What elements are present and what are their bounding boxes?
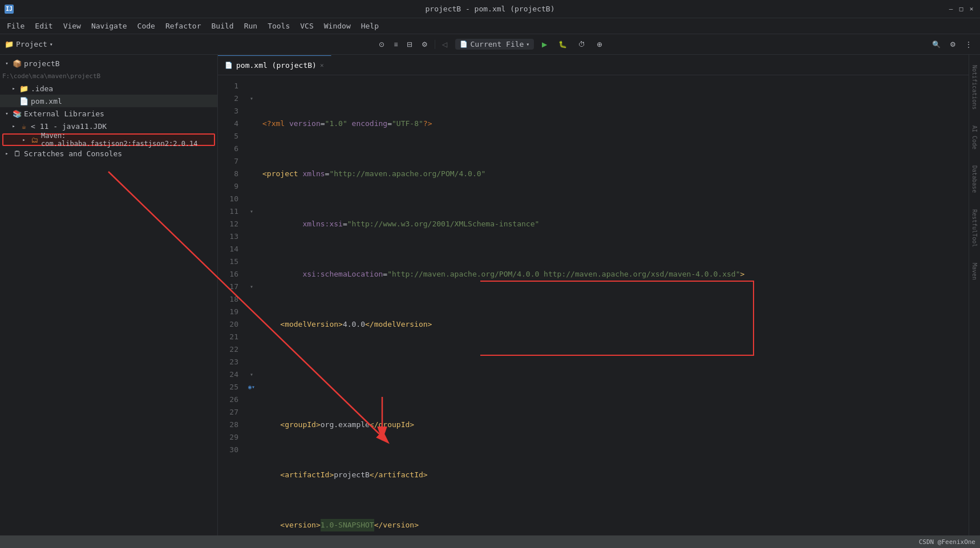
project-label: Project	[16, 40, 47, 48]
coverage-button[interactable]: ⊕	[593, 39, 606, 50]
minimize-button[interactable]: —	[947, 5, 955, 13]
xml-icon: 📄	[19, 96, 29, 105]
app-icon: IJ	[5, 5, 14, 14]
run-button[interactable]: ▶	[538, 39, 550, 50]
tab-label: pom.xml (projectB)	[236, 61, 317, 70]
debug-button[interactable]: 🐛	[555, 39, 570, 50]
search-button[interactable]: 🔍	[929, 39, 944, 50]
tree-item-idea[interactable]: ▸ 📁 .idea	[0, 82, 217, 95]
pom-label: pom.xml	[31, 97, 62, 105]
title-bar-controls: — □ ✕	[947, 5, 975, 13]
editor-tab-pomxml[interactable]: 📄 pom.xml (projectB) ✕	[218, 55, 331, 75]
jdk-arrow: ▸	[9, 121, 18, 131]
maximize-button[interactable]: □	[957, 5, 965, 13]
code-content[interactable]: <?xml version="1.0" encoding="UTF-8"?> <…	[258, 75, 969, 548]
code-line-9: <version>1.0-SNAPSHOT</version>	[262, 519, 969, 531]
run-config-icon: 📄	[460, 40, 468, 48]
right-tab-restful[interactable]: RestfulTool	[970, 206, 979, 250]
menu-item-code[interactable]: Code	[133, 20, 160, 32]
right-tab-notifications[interactable]: Notifications	[970, 62, 979, 113]
more-button[interactable]: ⋮	[962, 39, 975, 50]
tree-item-pomxml[interactable]: ▸ 📄 pom.xml	[0, 95, 217, 107]
fastjson-arrow: ▸	[19, 135, 29, 144]
toolbar-collapse-button[interactable]: ≡	[390, 39, 401, 50]
scratches-icon: 🗒	[13, 149, 22, 158]
scratches-label: Scratches and Consoles	[24, 149, 122, 158]
menu-item-file[interactable]: File	[2, 20, 29, 32]
jdk-label: < 11 - java11.JDK	[31, 122, 107, 131]
project-icon: 📦	[13, 59, 22, 68]
menu-item-vcs[interactable]: VCS	[295, 20, 318, 32]
project-view-button[interactable]: 📁 Project ▾	[5, 40, 53, 48]
toolbar-settings-button[interactable]: ⚙	[418, 39, 431, 50]
back-button[interactable]: ◁	[439, 39, 451, 50]
menu-item-run[interactable]: Run	[240, 20, 262, 32]
code-line-1: <?xml version="1.0" encoding="UTF-8"?>	[262, 117, 969, 130]
extlibs-label: External Libraries	[24, 109, 104, 118]
tree-item-jdk[interactable]: ▸ ☕ < 11 - java11.JDK	[0, 120, 217, 132]
run-config-selector[interactable]: 📄 Current File ▾	[455, 39, 534, 50]
menu-item-window[interactable]: Window	[319, 20, 355, 32]
idea-icon: 📁	[19, 84, 29, 93]
title-bar-left: IJ	[5, 5, 14, 14]
right-sidebar-tabs: Notifications AI Code Database RestfulTo…	[970, 55, 979, 290]
tab-xml-icon: 📄	[225, 62, 233, 69]
tree-item-external-libs[interactable]: ▾ 📚 External Libraries	[0, 107, 217, 120]
close-button[interactable]: ✕	[967, 5, 975, 13]
code-line-6	[262, 368, 969, 381]
expand-arrow: ▾	[2, 59, 11, 68]
idea-arrow: ▸	[9, 84, 18, 93]
menu-item-tools[interactable]: Tools	[263, 20, 294, 32]
tree-item-scratches[interactable]: ▸ 🗒 Scratches and Consoles	[0, 147, 217, 160]
right-sidebar: Notifications AI Code Database RestfulTo…	[969, 55, 980, 548]
tree-item-fastjson-highlighted[interactable]: ▸ 🗂 Maven: com.alibaba.fastjson2:fastjso…	[2, 133, 215, 146]
status-text: CSDN @FeenixOne	[919, 538, 975, 546]
code-line-5: <modelVersion>4.0.0</modelVersion>	[262, 318, 969, 331]
menu-item-edit[interactable]: Edit	[30, 20, 57, 32]
jdk-icon: ☕	[19, 121, 29, 131]
right-tab-aicode[interactable]: AI Code	[970, 122, 979, 153]
menu-item-help[interactable]: Help	[357, 20, 383, 32]
editor-tabs: 📄 pom.xml (projectB) ✕	[218, 55, 969, 75]
menu-item-view[interactable]: View	[59, 20, 86, 32]
editor-area: 📄 pom.xml (projectB) ✕ 1 2 3 4 5 6 7 8 9…	[218, 55, 969, 548]
right-tab-database[interactable]: Database	[970, 162, 979, 196]
code-line-8: <artifactId>projectB</artifactId>	[262, 469, 969, 481]
project-tab-bar: 📁 Project ▾ ⊙ ≡ ⊟ ⚙ ◁ 📄 Current File ▾ ▶…	[0, 34, 980, 55]
menu-item-build[interactable]: Build	[207, 20, 238, 32]
maven-icon: 🗂	[30, 135, 39, 144]
scratches-arrow: ▸	[2, 149, 11, 158]
title-bar: IJ projectB - pom.xml (projectB) — □ ✕	[0, 0, 980, 18]
toolbar-split-button[interactable]: ⊟	[403, 39, 416, 50]
settings-gear-button[interactable]: ⚙	[946, 39, 959, 50]
status-bar: CSDN @FeenixOne	[0, 535, 980, 548]
sidebar-tree: ▾ 📦 projectB F:\code\mca\maven\projectB …	[0, 55, 217, 548]
tree-item-path: F:\code\mca\maven\projectB	[0, 70, 217, 82]
run-config-chevron: ▾	[526, 41, 529, 47]
chevron-down-icon: ▾	[50, 41, 53, 47]
menu-item-navigate[interactable]: Navigate	[87, 20, 132, 32]
menu-bar: FileEditViewNavigateCodeRefactorBuildRun…	[0, 18, 980, 34]
gutter: ▾ ▾ ▾	[245, 75, 258, 548]
main-area: ▾ 📦 projectB F:\code\mca\maven\projectB …	[0, 55, 980, 548]
right-tab-maven[interactable]: Maven	[970, 259, 979, 283]
code-line-3: xmlns:xsi="http://www.w3.org/2001/XMLSch…	[262, 218, 969, 230]
code-line-4: xsi:schemaLocation="http://maven.apache.…	[262, 268, 969, 281]
library-icon: 📚	[13, 109, 22, 118]
sidebar: ▾ 📦 projectB F:\code\mca\maven\projectB …	[0, 55, 218, 548]
code-line-2: <project xmlns="http://maven.apache.org/…	[262, 168, 969, 180]
menu-item-refactor[interactable]: Refactor	[161, 20, 206, 32]
tab-close-icon[interactable]: ✕	[320, 62, 324, 69]
code-editor[interactable]: 1 2 3 4 5 6 7 8 9 10 11 12 13 14 15 16 1…	[218, 75, 969, 548]
idea-label: .idea	[31, 84, 53, 93]
project-name: projectB	[24, 59, 60, 68]
toolbar-scope-button[interactable]: ⊙	[375, 39, 388, 50]
title-bar-title: projectB - pom.xml (projectB)	[426, 5, 555, 13]
code-line-7: <groupId>org.example</groupId>	[262, 419, 969, 431]
path-text: F:\code\mca\maven\projectB	[2, 72, 100, 80]
extlibs-arrow: ▾	[2, 109, 11, 118]
line-numbers: 1 2 3 4 5 6 7 8 9 10 11 12 13 14 15 16 1…	[218, 75, 245, 548]
profile-button[interactable]: ⏱	[575, 39, 589, 50]
folder-icon: 📁	[5, 40, 14, 48]
tree-item-projectb[interactable]: ▾ 📦 projectB	[0, 57, 217, 70]
